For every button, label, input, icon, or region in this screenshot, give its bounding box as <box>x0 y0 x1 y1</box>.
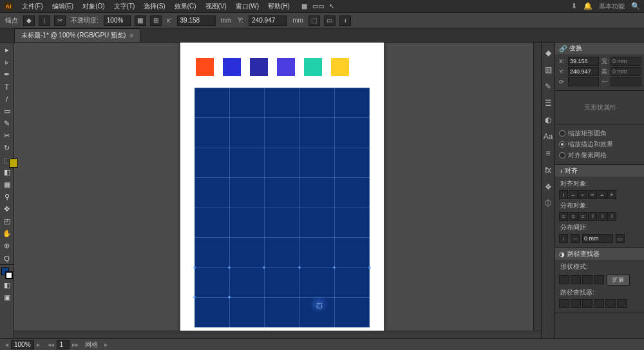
hand-tool[interactable]: ✋ <box>1 228 14 240</box>
free-transform-tool[interactable]: ✥ <box>1 203 14 215</box>
dist-vcenter-icon[interactable]: ≡ <box>569 212 578 221</box>
dist-right-icon[interactable]: ⦀ <box>607 212 616 221</box>
cut-path-icon[interactable]: ✂ <box>54 15 66 26</box>
select-similar-icon[interactable]: ▭ <box>324 15 336 26</box>
graphic-styles-panel-icon[interactable]: ❖ <box>542 180 554 193</box>
tf-y-field[interactable] <box>568 67 599 76</box>
brushes-panel-icon[interactable]: ✎ <box>542 80 554 93</box>
ref-point-icon[interactable]: ⊞ <box>150 15 162 26</box>
outline-icon[interactable] <box>605 299 616 308</box>
arrange-icon[interactable]: ▭▭ <box>312 3 324 10</box>
fill-stroke-swatch[interactable] <box>1 267 13 279</box>
align-to-icon[interactable]: ▭ <box>616 234 625 243</box>
x-field[interactable] <box>177 15 216 26</box>
align-hcenter-icon[interactable]: ⫠ <box>569 190 578 199</box>
search-icon[interactable]: 🔍 <box>631 2 640 10</box>
menu-object[interactable]: 对象(O) <box>79 1 108 12</box>
artboard-num-field[interactable]: 1 <box>57 340 70 349</box>
notification-icon[interactable]: 🔔 <box>583 2 592 10</box>
menu-help[interactable]: 帮助(H) <box>264 1 294 12</box>
dist-hcenter-icon[interactable]: ⦀ <box>598 212 607 221</box>
align-right-icon[interactable]: ⫟ <box>578 190 587 199</box>
artboard-prev-icon[interactable]: ◂◂ <box>46 341 55 348</box>
color-mode-icon[interactable]: ◧ <box>1 279 14 291</box>
menu-view[interactable]: 视图(V) <box>202 1 231 12</box>
status-menu-icon[interactable]: ▸ <box>103 341 109 348</box>
align-vcenter-icon[interactable]: ⫨ <box>598 190 607 199</box>
y-field[interactable] <box>249 15 287 26</box>
gradient-panel-icon[interactable]: ◐ <box>542 113 554 126</box>
direct-selection-tool[interactable]: ▹ <box>1 56 14 68</box>
cloud-sync-icon[interactable]: ⬇ <box>571 2 577 10</box>
align-panel-header[interactable]: ⫞ 对齐 <box>555 165 644 177</box>
zoom-field[interactable]: 100% <box>11 340 34 349</box>
menu-edit[interactable]: 编辑(E) <box>48 1 77 12</box>
canvas[interactable]: ⬚ <box>14 43 541 338</box>
align-pixel-icon[interactable]: ▦ <box>135 15 146 26</box>
menu-select[interactable]: 选择(S) <box>140 1 169 12</box>
dist-spacing-v-icon[interactable]: ↕ <box>559 234 568 243</box>
rotate-tool[interactable]: ↻ <box>1 142 14 154</box>
tab-close-icon[interactable]: × <box>129 32 133 39</box>
expand-button[interactable]: 扩展 <box>607 275 630 286</box>
crop-icon[interactable] <box>594 299 604 308</box>
swatches-panel-icon[interactable]: ▥ <box>542 63 554 76</box>
minus-front-icon[interactable] <box>571 275 581 284</box>
workspace-switcher[interactable]: 基本功能 <box>599 2 625 11</box>
layers-panel-icon[interactable]: ⏀ <box>542 197 554 210</box>
align-top-icon[interactable]: ⫧ <box>588 190 597 199</box>
dist-left-icon[interactable]: ⦀ <box>588 212 597 221</box>
screen-mode-icon[interactable]: ▣ <box>1 291 14 304</box>
align-to-pixel-option[interactable]: 对齐像素网格 <box>559 151 641 160</box>
selection-tool[interactable]: ▸ <box>1 44 14 56</box>
type-tool[interactable]: T <box>1 81 14 93</box>
q-tool[interactable]: Q <box>1 252 14 264</box>
zoom-prev-icon[interactable]: ◂ <box>4 341 10 348</box>
pen-tool[interactable]: ✒ <box>1 68 14 81</box>
appearance-panel-icon[interactable]: fx <box>542 164 554 177</box>
align-bottom-icon[interactable]: ⫩ <box>607 190 616 199</box>
spacing-field[interactable] <box>582 234 613 243</box>
paintbrush-tool[interactable]: ✎ <box>1 117 14 130</box>
status-mode[interactable]: 网格 <box>85 340 98 349</box>
tf-angle-field[interactable] <box>568 77 599 86</box>
tf-w-field[interactable] <box>611 57 641 66</box>
handle-anchor-icon[interactable]: ⟊ <box>39 15 50 26</box>
trim-icon[interactable] <box>571 299 581 308</box>
menu-type[interactable]: 文字(T) <box>110 1 139 12</box>
align-panel-icon[interactable]: ⫞ <box>339 15 351 26</box>
artwork-grid[interactable]: ⬚ <box>194 88 370 327</box>
document-tab[interactable]: 未标题-1* @ 100% (RGB/GPU 预览) × <box>14 28 140 42</box>
menu-bridge-icon[interactable]: ▦ <box>301 3 307 10</box>
merge-icon[interactable] <box>582 299 592 308</box>
horizontal-scrollbar[interactable] <box>14 331 541 338</box>
eyedropper-tool[interactable]: ⚲ <box>1 191 14 203</box>
divide-icon[interactable] <box>559 299 569 308</box>
minus-back-icon[interactable] <box>617 299 627 308</box>
stroke-color-chip[interactable] <box>5 271 13 279</box>
exclude-icon[interactable] <box>594 275 604 284</box>
tf-shear-field[interactable] <box>611 77 641 86</box>
align-left-icon[interactable]: ⫞ <box>559 190 568 199</box>
zoom-next-icon[interactable]: ▸ <box>35 341 41 348</box>
menu-file[interactable]: 文件(F) <box>18 1 47 12</box>
dist-bottom-icon[interactable]: ≡ <box>578 212 587 221</box>
scissors-tool[interactable]: ✂ <box>1 130 14 142</box>
menu-window[interactable]: 窗口(W) <box>232 1 263 12</box>
line-tool[interactable]: / <box>1 93 14 105</box>
shape-builder-tool[interactable]: ◧ <box>1 166 14 179</box>
paragraph-panel-icon[interactable]: ≡ <box>542 147 554 160</box>
pathfinder-panel-header[interactable]: ◑ 路径查找器 <box>555 248 644 260</box>
tf-h-field[interactable] <box>611 67 641 76</box>
grid-tool[interactable]: ▦ <box>1 179 14 191</box>
scale-strokes-option[interactable]: 缩放描边和效果 <box>559 140 641 149</box>
artboard-tool[interactable]: ◰ <box>1 215 14 228</box>
menu-effect[interactable]: 效果(C) <box>171 1 200 12</box>
stroke-panel-icon[interactable]: ☰ <box>542 97 554 110</box>
character-panel-icon[interactable]: Aa <box>542 130 554 143</box>
rectangle-tool[interactable]: ▭ <box>1 105 14 117</box>
tf-x-field[interactable] <box>568 57 599 66</box>
convert-anchor-icon[interactable]: ◆ <box>23 15 35 26</box>
artboard-next-icon[interactable]: ▸▸ <box>71 341 80 348</box>
isolate-mode-icon[interactable]: ⬚ <box>308 15 320 26</box>
